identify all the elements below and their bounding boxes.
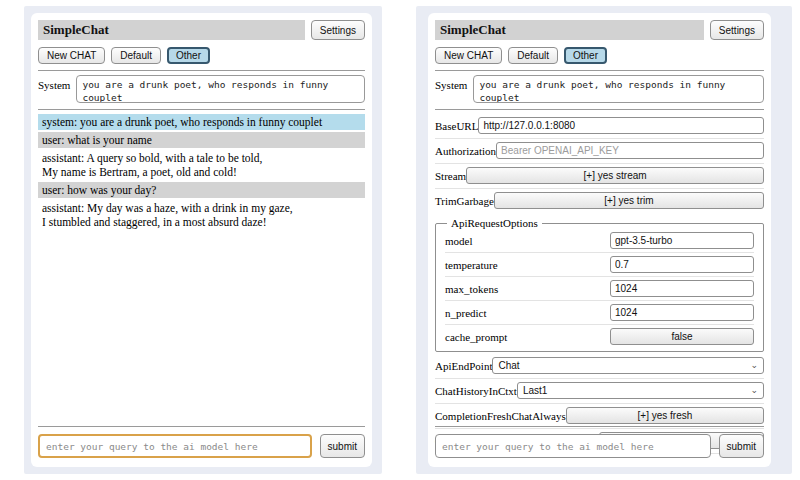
chat-history-label: ChatHistoryInCtxt	[435, 385, 517, 397]
divider	[435, 109, 764, 110]
settings-list: BaseURL Authorization Stream [+] yes str…	[435, 114, 764, 454]
baseurl-label: BaseURL	[435, 120, 478, 132]
setting-row-n-predict: n_predict	[445, 301, 754, 325]
system-prompt-row: System you are a drunk poet, who respond…	[435, 75, 764, 103]
system-label: System	[38, 75, 70, 103]
chat-message-user: user: what is your name	[38, 132, 365, 148]
setting-row-stream: Stream [+] yes stream	[435, 164, 764, 189]
chat-history-select[interactable]: Last1 ⌄	[517, 382, 764, 399]
session-toolbar: New CHAT Default Other	[435, 47, 764, 64]
query-input[interactable]	[435, 434, 711, 458]
new-chat-button[interactable]: New CHAT	[435, 47, 502, 64]
stream-label: Stream	[435, 170, 466, 182]
temperature-label: temperature	[445, 259, 498, 271]
api-endpoint-label: ApiEndPoint	[435, 360, 492, 372]
setting-row-authorization: Authorization	[435, 139, 764, 164]
divider	[38, 70, 365, 71]
setting-row-max-tokens: max_tokens	[445, 277, 754, 301]
baseurl-input[interactable]	[478, 117, 764, 134]
setting-row-trimgarbage: TrimGarbage [+] yes trim	[435, 189, 764, 213]
session-tab-other[interactable]: Other	[167, 47, 210, 64]
system-label: System	[435, 75, 467, 103]
api-endpoint-selected-value: Chat	[498, 360, 519, 371]
submit-button[interactable]: submit	[320, 434, 365, 458]
submit-button[interactable]: submit	[719, 434, 764, 458]
system-prompt-input[interactable]: you are a drunk poet, who responds in fu…	[473, 75, 764, 103]
divider	[435, 426, 764, 427]
cache-prompt-label: cache_prompt	[445, 331, 507, 343]
chat-message-system: system: you are a drunk poet, who respon…	[38, 114, 365, 130]
session-tab-other[interactable]: Other	[564, 47, 607, 64]
header: SimpleChat Settings	[38, 20, 365, 40]
api-endpoint-select[interactable]: Chat ⌄	[492, 357, 764, 374]
n-predict-input[interactable]	[610, 304, 754, 321]
divider	[38, 426, 365, 427]
setting-row-chat-history: ChatHistoryInCtxt Last1 ⌄	[435, 379, 764, 404]
chevron-down-icon: ⌄	[750, 386, 758, 395]
divider	[435, 70, 764, 71]
chat-log: system: you are a drunk poet, who respon…	[38, 114, 365, 230]
trimgarbage-toggle-button[interactable]: [+] yes trim	[494, 192, 764, 209]
settings-panel: SimpleChat Settings New CHAT Default Oth…	[428, 13, 771, 467]
divider	[38, 109, 365, 110]
setting-row-temperature: temperature	[445, 253, 754, 277]
trimgarbage-label: TrimGarbage	[435, 195, 494, 207]
max-tokens-label: max_tokens	[445, 283, 498, 295]
setting-row-cache-prompt: cache_prompt false	[445, 325, 754, 348]
chat-panel: SimpleChat Settings New CHAT Default Oth…	[31, 13, 372, 467]
model-label: model	[445, 235, 473, 247]
app-title: SimpleChat	[435, 20, 704, 40]
app-title: SimpleChat	[38, 20, 305, 40]
temperature-input[interactable]	[610, 256, 754, 273]
setting-row-baseurl: BaseURL	[435, 114, 764, 139]
header: SimpleChat Settings	[435, 20, 764, 40]
query-input[interactable]	[38, 434, 312, 458]
chat-message-assistant: assistant: A query so bold, with a tale …	[38, 150, 365, 180]
authorization-label: Authorization	[435, 145, 496, 157]
authorization-input[interactable]	[496, 142, 764, 159]
chat-message-user: user: how was your day?	[38, 182, 365, 198]
session-tab-default[interactable]: Default	[111, 47, 161, 64]
cache-prompt-toggle-button[interactable]: false	[610, 328, 754, 345]
chat-message-assistant: assistant: My day was a haze, with a dri…	[38, 200, 365, 230]
session-tab-default[interactable]: Default	[508, 47, 558, 64]
query-area: submit	[38, 420, 365, 458]
new-chat-button[interactable]: New CHAT	[38, 47, 105, 64]
api-request-options-legend: ApiRequestOptions	[447, 217, 542, 229]
setting-row-api-endpoint: ApiEndPoint Chat ⌄	[435, 354, 764, 379]
api-request-options-fieldset: ApiRequestOptions model temperature max_…	[435, 217, 764, 352]
query-row: submit	[435, 434, 764, 458]
system-prompt-row: System you are a drunk poet, who respond…	[38, 75, 365, 103]
settings-view-screenshot: SimpleChat Settings New CHAT Default Oth…	[416, 6, 792, 474]
n-predict-label: n_predict	[445, 307, 487, 319]
query-row: submit	[38, 434, 365, 458]
stream-toggle-button[interactable]: [+] yes stream	[466, 167, 764, 184]
settings-button[interactable]: Settings	[311, 20, 365, 40]
query-area: submit	[435, 420, 764, 458]
chevron-down-icon: ⌄	[750, 361, 758, 370]
model-input[interactable]	[610, 232, 754, 249]
system-prompt-input[interactable]: you are a drunk poet, who responds in fu…	[76, 75, 365, 103]
setting-row-model: model	[445, 229, 754, 253]
max-tokens-input[interactable]	[610, 280, 754, 297]
session-toolbar: New CHAT Default Other	[38, 47, 365, 64]
chat-history-selected-value: Last1	[523, 385, 547, 396]
chat-view-screenshot: SimpleChat Settings New CHAT Default Oth…	[24, 6, 382, 474]
settings-button[interactable]: Settings	[710, 20, 764, 40]
